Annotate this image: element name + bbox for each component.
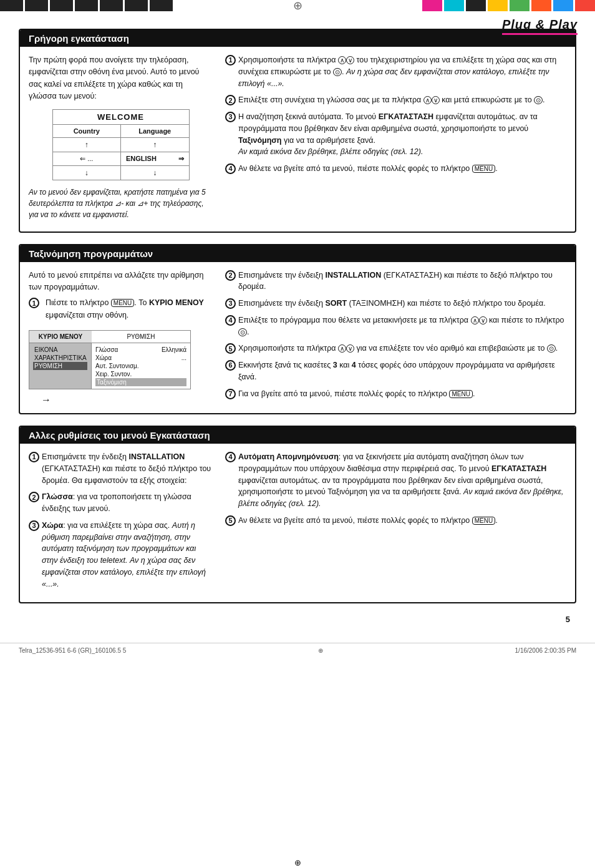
section3-right-steps: 4 Αυτόματη Απομνημόνευση: για να ξεκινήσ…	[225, 451, 566, 527]
welcome-table: WELCOME Country Language ↑ ↑ ⇐ ...	[52, 109, 190, 180]
section2-right: 2 Επισημάνετε την ένδειξη INSTALLATION (…	[225, 270, 566, 406]
s3-step2-text: Γλώσσα: για να τροποποιήσετε τη γλώσσα έ…	[42, 491, 213, 515]
footer: Telra_12536-951 6-6 (GR)_160106.5 5 ⊕ 1/…	[0, 643, 595, 658]
top-bar-left	[0, 0, 175, 11]
section2-steps: 2 Επισημάνετε την ένδειξη INSTALLATION (…	[225, 270, 566, 400]
welcome-col-row: Country Language	[53, 125, 189, 138]
bar-seg-green	[510, 0, 530, 11]
s2-step4-num: 4	[225, 315, 236, 326]
bar-seg	[100, 0, 123, 11]
step1-num: 1	[225, 55, 236, 66]
welcome-arrow-down-row: ↓ ↓	[53, 166, 189, 180]
s3-step3-text: Χώρα: για να επιλέξετε τη χώρα σας. Αυτή…	[42, 520, 213, 590]
s3-step4-text: Αυτόματη Απομνημόνευση: για να ξεκινήσετ…	[238, 451, 566, 510]
welcome-col1: Country	[53, 125, 122, 137]
top-decorative-bar: ⊕	[0, 0, 595, 11]
step3-item: 3 Η αναζήτηση ξεκινά αυτόματα. Το μενού …	[225, 111, 566, 158]
content-label-taxin: Ταξινόμιση	[97, 379, 127, 386]
welcome-col2: Language	[121, 125, 189, 137]
section1-italic-note: Αν το μενού δεν εμφανίζεται, κρατήστε πα…	[29, 187, 213, 220]
content-label-xeir: Χειρ. Συντον.	[95, 371, 132, 378]
s2-step6-item: 6 Εκκινήστε ξανά τις κασέτες 3 και 4 τόσ…	[225, 359, 566, 383]
s2-step7-item: 7 Για να βγείτε από τα μενού, πιέστε πολ…	[225, 388, 566, 400]
step2-text: Επιλέξτε στη συνέχεια τη γλώσσα σας με τ…	[238, 94, 545, 106]
section1-title: Γρήγορη εγκατάσταση	[20, 30, 575, 47]
s2-step3-item: 3 Επισημάνετε την ένδειξη SORT (ΤΑΞΙΝΟΜΗ…	[225, 298, 566, 310]
section1-body: Την πρώτη φορά που ανοίγετε την τηλεόρασ…	[20, 47, 575, 232]
welcome-arrow-up-row: ↑ ↑	[53, 138, 189, 152]
menu-diagram-header: ΚΥΡΙΟ ΜΕΝΟΥ ΡΥΘΜΙΣΗ	[29, 331, 190, 343]
s3-step2-num: 2	[29, 492, 39, 502]
copyleft-icon: ⊕	[293, 0, 302, 11]
bar-seg-red	[575, 0, 595, 11]
s3-step5-num: 5	[225, 515, 236, 526]
step1-item: 1 Χρησιμοποιήστε τα πλήκτρα ∧∨ του τηλεχ…	[225, 54, 566, 89]
menu-diagram-nav: ΕΙΚΟΝΑ ΧΑΡΑΚΤΗΡΙΣΤΙΚΑ ΡΥΘΜΙΣΗ	[29, 343, 92, 389]
step3-num: 3	[225, 112, 236, 122]
section1-content-row: Την πρώτη φορά που ανοίγετε την τηλεόρασ…	[29, 54, 566, 224]
bar-seg	[50, 0, 73, 11]
section2-step1: Πιέστε το πλήκτρο MENU. Το ΚΥΡΙΟ ΜΕΝΟΥ ε…	[46, 297, 213, 321]
content-label-aut: Αυτ. Συντονισμ.	[95, 363, 139, 369]
section3-right: 4 Αυτόματη Απομνημόνευση: για να ξεκινήσ…	[225, 451, 566, 595]
s2-step2-num: 2	[225, 270, 236, 281]
s3-step3-num: 3	[29, 520, 39, 531]
s3-step1-num: 1	[29, 452, 39, 462]
footer-left-text: Telra_12536-951 6-6 (GR)_160106.5 5	[19, 647, 126, 654]
step2-num: 2	[225, 95, 236, 105]
bottom-bar-left	[0, 857, 175, 868]
content-item-xeir: Χειρ. Συντον.	[95, 370, 186, 378]
s2-step5-num: 5	[225, 343, 236, 354]
s3-step3-item: 3 Χώρα: για να επιλέξετε τη χώρα σας. Αυ…	[29, 520, 213, 590]
nav-item-rithmisi: ΡΥΘΜΙΣΗ	[33, 362, 87, 370]
s2-step5-item: 5 Χρησιμοποιήστε τα πλήκτρα ∧∨ για να επ…	[225, 343, 566, 354]
section1-right: 1 Χρησιμοποιήστε τα πλήκτρα ∧∨ του τηλεχ…	[225, 54, 566, 224]
section2-content-row: Αυτό το μενού επιτρέπει να αλλάζετε την …	[29, 270, 566, 406]
s2-step3-num: 3	[225, 298, 236, 309]
s2-step4-text: Επιλέξτε το πρόγραμμα που θέλετε να μετα…	[238, 315, 566, 338]
bar-seg	[0, 0, 23, 11]
section2-intro: Αυτό το μενού επιτρέπει να αλλάζετε την …	[29, 270, 213, 294]
content-item-glossa: Γλώσσα Ελληνικά	[95, 346, 186, 354]
welcome-right-value: ENGLISH ⇒	[121, 152, 189, 165]
s3-step1-item: 1 Επισημάνετε την ένδειξη INSTALLATION (…	[29, 451, 213, 486]
s2-step1-num: 1	[29, 298, 39, 308]
step3-text: Η αναζήτηση ξεκινά αυτόματα. Το μενού ΕΓ…	[238, 111, 566, 158]
welcome-left-arrow: ⇐ ...	[53, 152, 122, 165]
content-item-xora: Χώρα ...	[95, 354, 186, 362]
menu-diagram-left-header: ΚΥΡΙΟ ΜΕΝΟΥ	[29, 331, 92, 343]
s3-step5-item: 5 Αν θέλετε να βγείτε από τα μενού, πιέσ…	[225, 515, 566, 527]
section2-step1-row: 1 Πιέστε το πλήκτρο MENU. Το ΚΥΡΙΟ ΜΕΝΟΥ…	[29, 297, 213, 325]
arrow-up-1: ↑	[53, 138, 122, 152]
content-value-glossa: Ελληνικά	[162, 346, 186, 353]
step1-text: Χρησιμοποιήστε τα πλήκτρα ∧∨ του τηλεχει…	[238, 54, 566, 89]
s2-step3-text: Επισημάνετε την ένδειξη SORT (ΤΑΞΙΝΟΜΗΣΗ…	[238, 298, 546, 310]
bottom-bar-right	[420, 857, 595, 868]
s2-step7-text: Για να βγείτε από τα μενού, πιέστε πολλέ…	[238, 388, 475, 400]
section3-title: Αλλες ρυθμίσεις του μενού Εγκατάσταση	[20, 427, 575, 444]
bar-seg	[125, 0, 148, 11]
section1-left: Την πρώτη φορά που ανοίγετε την τηλεόρασ…	[29, 54, 213, 224]
section3-body: 1 Επισημάνετε την ένδειξη INSTALLATION (…	[20, 444, 575, 602]
menu-diagram-right-header: ΡΥΘΜΙΣΗ	[92, 331, 190, 343]
s3-step5-text: Αν θέλετε να βγείτε από τα μενού, πιέστε…	[238, 515, 498, 527]
content-item-aut: Αυτ. Συντονισμ.	[95, 362, 186, 370]
bar-seg-blue	[553, 0, 573, 11]
section-quick-setup: Γρήγορη εγκατάσταση Την πρώτη φορά που α…	[19, 29, 576, 233]
section3-left: 1 Επισημάνετε την ένδειξη INSTALLATION (…	[29, 451, 213, 595]
main-content: Γρήγορη εγκατάσταση Την πρώτη φορά που α…	[0, 11, 595, 636]
menu-diagram: ΚΥΡΙΟ ΜΕΝΟΥ ΡΥΘΜΙΣΗ ΕΙΚΟΝΑ ΧΑΡΑΚΤΗΡΙΣΤΙΚ…	[29, 330, 191, 389]
top-bar-center: ⊕	[175, 0, 420, 11]
footer-right-text: 1/16/2006 2:00:35 PM	[515, 647, 576, 654]
content-label-xora: Χώρα	[95, 354, 112, 361]
content-value-xora: ...	[181, 354, 186, 361]
s3-step1-text: Επισημάνετε την ένδειξη INSTALLATION (ΕΓ…	[42, 451, 213, 486]
s2-step7-num: 7	[225, 389, 236, 399]
welcome-english: ENGLISH	[126, 155, 157, 162]
s2-step6-text: Εκκινήστε ξανά τις κασέτες 3 και 4 τόσες…	[238, 359, 566, 383]
bar-seg-pink	[422, 0, 442, 11]
nav-item-eikona: ΕΙΚΟΝΑ	[33, 346, 87, 354]
step4-item: 4 Αν θέλετε να βγείτε από τα μενού, πιέσ…	[225, 163, 566, 175]
bar-seg-dark	[466, 0, 486, 11]
s2-step6-num: 6	[225, 360, 236, 371]
